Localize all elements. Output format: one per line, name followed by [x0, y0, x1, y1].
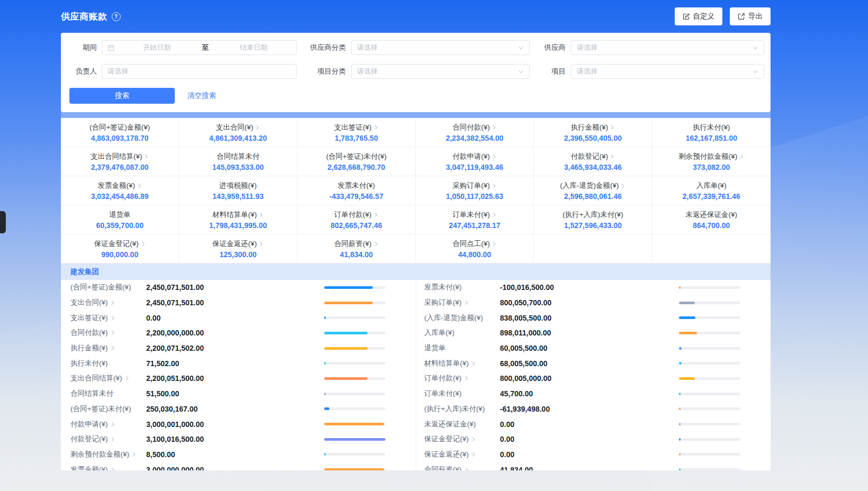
detail-row: 保证金登记(¥)0.00	[416, 432, 771, 447]
metric-value[interactable]: 373,082.00	[693, 163, 730, 171]
metric-label: 付款登记(¥)	[571, 152, 609, 161]
summary-metric[interactable]: 材料结算单(¥)1,798,431,995.00	[179, 205, 297, 234]
chevron-right-icon	[110, 422, 115, 427]
metric-value[interactable]: 1,050,117,025.63	[446, 192, 503, 201]
date-range-input[interactable]: 开始日期 至 结束日期	[102, 40, 297, 55]
detail-label-text: (执行+入库)未付(¥)	[424, 404, 485, 414]
metric-value[interactable]: 125,300.00	[219, 250, 256, 259]
detail-label[interactable]: 材料结算单(¥)	[424, 359, 500, 368]
detail-label[interactable]: 保证金登记(¥)	[424, 434, 500, 444]
summary-metric[interactable]: 发票金额(¥)3,032,454,486.89	[61, 176, 179, 205]
detail-label-text: (入库-退货)金额(¥)	[424, 313, 483, 323]
chevron-right-icon	[491, 241, 497, 247]
detail-label[interactable]: 订单付款(¥)	[424, 374, 500, 383]
detail-label[interactable]: 合同付款(¥)	[70, 328, 146, 338]
metric-value[interactable]: 990,000.00	[101, 250, 138, 259]
company-band: 建发集团	[61, 263, 771, 280]
summary-metric[interactable]: 合同点工(¥)44,800.00	[416, 234, 534, 263]
chevron-right-icon	[140, 241, 146, 247]
detail-label-text: 保证金返还(¥)	[424, 450, 469, 459]
summary-grid: (合同+签证)金额(¥)4,863,093,178.70支出合同(¥)4,861…	[61, 118, 771, 263]
metric-value[interactable]: 3,047,119,493.46	[446, 163, 503, 171]
project-category-select[interactable]: 请选择	[351, 64, 530, 79]
select-placeholder: 请选择	[577, 43, 749, 52]
metric-bar-fill	[324, 438, 386, 441]
summary-metric[interactable]: 保证金返还(¥)125,300.00	[179, 234, 297, 263]
select-placeholder: 请选择	[108, 67, 291, 76]
metric-label: (入库-退货)金额(¥)	[560, 181, 619, 190]
detail-label[interactable]: 支出签证(¥)	[70, 313, 146, 323]
chevron-right-icon	[491, 183, 497, 188]
metric-value[interactable]: 2,379,476,087.00	[91, 163, 149, 171]
detail-label[interactable]: 支出合同(¥)	[70, 298, 146, 307]
metric-value[interactable]: 41,834.00	[340, 250, 373, 259]
summary-metric[interactable]: 合同付款(¥)2,234,382,554.00	[416, 118, 534, 147]
supplier-select[interactable]: 请选择	[571, 40, 764, 55]
metric-value[interactable]: 2,234,382,554.00	[446, 134, 504, 142]
summary-metric[interactable]: 保证金登记(¥)990,000.00	[61, 234, 179, 263]
detail-label-text: 付款申请(¥)	[70, 420, 108, 429]
detail-label[interactable]: 付款登记(¥)	[70, 434, 146, 444]
customize-button[interactable]: 自定义	[675, 7, 723, 25]
detail-label[interactable]: 剩余预付款金额(¥)	[70, 450, 146, 459]
detail-label[interactable]: 执行金额(¥)	[70, 343, 146, 353]
summary-metric[interactable]: 合同薪资(¥)41,834.00	[298, 234, 416, 263]
detail-label-text: 合同结算未付	[70, 389, 113, 398]
owner-select[interactable]: 请选择	[102, 64, 297, 79]
summary-metric[interactable]: 付款登记(¥)3,465,934,033.46	[534, 147, 652, 176]
detail-label: 订单未付(¥)	[424, 389, 500, 398]
metric-value[interactable]: 4,861,309,413.20	[209, 134, 267, 142]
summary-metric[interactable]: 执行金额(¥)2,396,550,405.00	[534, 118, 652, 147]
detail-label[interactable]: 采购订单(¥)	[424, 298, 500, 307]
summary-metric[interactable]: 付款申请(¥)3,047,119,493.46	[416, 147, 534, 176]
clear-search-link[interactable]: 清空搜索	[187, 91, 216, 101]
summary-metric[interactable]: 采购订单(¥)1,050,117,025.63	[416, 176, 534, 205]
metric-value[interactable]: 247,451,278.17	[449, 221, 500, 230]
detail-row: 支出合同结算(¥)2,200,051,500.00	[61, 371, 416, 386]
side-drawer-handle[interactable]	[0, 211, 6, 233]
project-select[interactable]: 请选择	[571, 64, 764, 79]
summary-metric[interactable]: 支出合同(¥)4,861,309,413.20	[179, 118, 297, 147]
summary-metric[interactable]: 订单未付(¥)247,451,278.17	[416, 205, 534, 234]
metric-value[interactable]: 1,798,431,995.00	[209, 221, 267, 230]
detail-label[interactable]: 合同薪资(¥)	[424, 465, 500, 470]
metric-value[interactable]: 802,665,747.46	[330, 221, 382, 230]
metric-value[interactable]: 3,465,934,033.46	[564, 163, 622, 171]
detail-label[interactable]: 支出合同结算(¥)	[70, 374, 146, 383]
summary-metric[interactable]: (入库-退货)金额(¥)2,596,980,061.46	[534, 176, 652, 205]
metric-bar-fill	[679, 438, 681, 441]
detail-value: 250,030,167.00	[146, 405, 198, 413]
metric-label: 付款申请(¥)	[452, 152, 490, 161]
supplier-category-select[interactable]: 请选择	[351, 40, 530, 55]
export-button[interactable]: 导出	[730, 7, 771, 25]
start-date-placeholder[interactable]: 开始日期	[114, 43, 200, 52]
summary-metric[interactable]: 支出签证(¥)1,783,765.50	[298, 118, 416, 147]
metric-value[interactable]: 3,032,454,486.89	[91, 192, 149, 201]
detail-label-text: (合同+签证)金额(¥)	[70, 283, 131, 292]
summary-metric[interactable]: 订单付款(¥)802,665,747.46	[298, 205, 416, 234]
card-gap	[61, 112, 771, 118]
summary-metric-empty	[534, 234, 652, 263]
summary-metric[interactable]: 剩余预付款金额(¥)373,082.00	[652, 147, 771, 176]
metric-value: 864,700.00	[693, 221, 730, 230]
metric-value[interactable]: 2,596,980,061.46	[564, 192, 622, 201]
chevron-right-icon	[258, 212, 264, 217]
detail-label[interactable]: 保证金返还(¥)	[424, 450, 500, 459]
company-name-link[interactable]: 建发集团	[70, 267, 99, 277]
detail-value: 2,450,071,501.00	[146, 298, 204, 307]
detail-label[interactable]: 付款申请(¥)	[70, 420, 146, 429]
metric-value[interactable]: 1,783,765.50	[335, 134, 378, 142]
metric-value[interactable]: 2,396,550,405.00	[564, 134, 622, 142]
help-icon[interactable]: ?	[112, 12, 121, 21]
end-date-placeholder[interactable]: 结束日期	[211, 43, 297, 52]
metric-bar-fill	[324, 302, 373, 304]
detail-label[interactable]: 发票金额(¥)	[70, 465, 146, 470]
search-button[interactable]: 搜索	[69, 88, 175, 104]
metric-bar	[324, 332, 386, 334]
detail-row: 支出合同(¥)2,450,071,501.00	[61, 295, 416, 311]
detail-row: 支出签证(¥)0.00	[61, 310, 416, 325]
export-label: 导出	[748, 12, 763, 21]
chevron-right-icon	[491, 125, 497, 130]
summary-metric[interactable]: 支出合同结算(¥)2,379,476,087.00	[61, 147, 179, 176]
metric-value[interactable]: 44,800.00	[458, 250, 491, 259]
